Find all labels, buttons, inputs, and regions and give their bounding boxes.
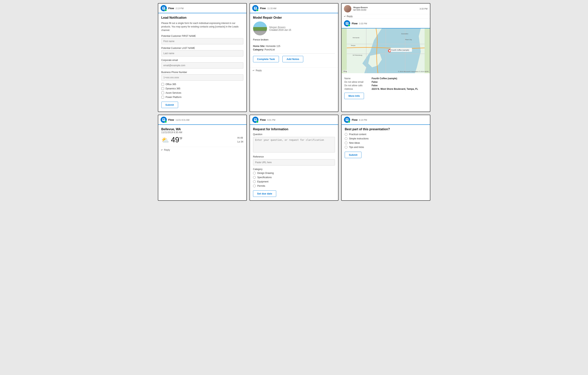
- first-name-label: Potential Customer FIRST NAME: [161, 35, 243, 37]
- contact-phone: tel:555-0150: [353, 9, 368, 11]
- svg-text:Dunnellon: Dunnellon: [401, 33, 408, 35]
- radio-permits-label: Permits: [257, 185, 265, 187]
- checkbox-azure-label: Azure Services: [166, 92, 181, 94]
- checkbox-azure[interactable]: Azure Services: [161, 92, 243, 94]
- contact-profile-header: Megan Bowen tel:555-0150 3:33 PM: [342, 3, 430, 14]
- checkbox-office365[interactable]: Office 365: [161, 83, 243, 86]
- radio-equipment-input[interactable]: [253, 180, 256, 183]
- checkbox-azure-input[interactable]: [161, 92, 164, 94]
- weather-temp: 49°F: [171, 136, 182, 144]
- reply-arrow-icon-3: ↵: [161, 149, 163, 151]
- lead-submit-button[interactable]: Submit: [161, 102, 178, 108]
- flow-name-rfi: Flow: [260, 118, 266, 121]
- radio-specifications[interactable]: Specifications: [253, 176, 335, 179]
- repair-created-date: Created 2019 Jun 15: [269, 29, 291, 31]
- bing-credit: Bing: [343, 70, 347, 72]
- radio-tips-label: Tips and tricks: [349, 146, 364, 149]
- survey-card: Flow 6:14 PM Best part of this presentat…: [341, 115, 430, 201]
- checkbox-dynamics365[interactable]: Dynamics 365: [161, 87, 243, 90]
- contact-info-table: Name Fourth Coffee (sample) Do not allow…: [344, 77, 427, 90]
- add-notes-button[interactable]: Add Notes: [283, 56, 303, 62]
- email-label: Corporate email: [161, 59, 243, 62]
- checkbox-office365-input[interactable]: [161, 83, 164, 86]
- checkbox-dynamics365-input[interactable]: [161, 87, 164, 90]
- flow-time-weather: 11/21 8:31 AM: [176, 119, 189, 121]
- contact-name: Megan Bowen: [353, 6, 368, 9]
- repair-avatar: [253, 21, 267, 35]
- lead-notification-meta: Flow 2:13 PM: [168, 7, 184, 10]
- lead-notification-title: Lead Notification: [161, 16, 243, 20]
- radio-design-drawing[interactable]: Design Drawing: [253, 172, 335, 174]
- more-info-button[interactable]: More Info: [344, 93, 364, 99]
- weather-reply-footer: ↵ Reply: [158, 147, 246, 153]
- weather-header: Flow 11/21 8:31 AM: [158, 115, 246, 125]
- radio-specifications-label: Specifications: [257, 176, 272, 179]
- radio-permits[interactable]: Permits: [253, 185, 335, 187]
- reference-input[interactable]: [253, 159, 335, 165]
- last-name-input[interactable]: [161, 50, 243, 56]
- question-textarea[interactable]: [253, 137, 335, 152]
- flow-icon-survey: [344, 117, 350, 123]
- repair-info: Megan Bowen Created 2019 Jun 15: [269, 26, 291, 31]
- weather-body: Bellevue, WA 11/21/2019 8:30 AM ⛅ 49°F H…: [158, 125, 246, 147]
- flow-icon-map: [344, 20, 350, 26]
- checkbox-power-input[interactable]: [161, 96, 164, 98]
- radio-permits-input[interactable]: [253, 185, 256, 187]
- first-name-input[interactable]: [161, 38, 243, 44]
- info-key-name: Name: [344, 77, 372, 80]
- repair-divider: [253, 53, 335, 54]
- question-label: Question: [253, 133, 335, 136]
- radio-tips[interactable]: Tips and tricks: [345, 146, 427, 149]
- flow-icon-lead: [161, 5, 167, 11]
- radio-equipment[interactable]: Equipment: [253, 180, 335, 183]
- weather-unit: °F: [179, 137, 182, 140]
- flow-name-map: Flow: [352, 22, 357, 25]
- survey-header: Flow 6:14 PM: [342, 115, 430, 125]
- radio-practical[interactable]: Practical content: [345, 133, 427, 136]
- map-watermark: © 2019 Microsoft Corporation © 2019 HERE: [398, 71, 429, 72]
- weather-left: ⛅ 49°F: [161, 136, 182, 144]
- radio-new-ideas-label: New ideas: [349, 141, 360, 144]
- flow-name-survey: Flow: [352, 118, 357, 121]
- phone-input[interactable]: [161, 74, 243, 81]
- model-repair-body: Model Repair Order Megan Bowen Created 2…: [250, 13, 338, 67]
- survey-meta: Flow 6:14 PM: [352, 118, 367, 121]
- radio-new-ideas-input[interactable]: [345, 141, 347, 144]
- info-key-address: Address: [344, 88, 372, 90]
- radio-specifications-input[interactable]: [253, 176, 256, 179]
- svg-text:St Petersburg: St Petersburg: [353, 54, 362, 56]
- repair-reply-footer: ↵ Reply: [250, 67, 338, 73]
- info-row-name: Name Fourth Coffee (sample): [344, 77, 427, 80]
- checkbox-dynamics365-label: Dynamics 365: [166, 87, 180, 90]
- survey-title: Best part of this presentation?: [345, 128, 427, 131]
- lead-notification-card: Flow 2:13 PM Lead Notification Please fi…: [158, 3, 247, 112]
- checkbox-power[interactable]: Power Platform: [161, 96, 243, 98]
- radio-simple-input[interactable]: [345, 137, 347, 140]
- repair-category-value: PunchList: [264, 48, 275, 51]
- radio-new-ideas[interactable]: New ideas: [345, 141, 427, 144]
- radio-tips-input[interactable]: [345, 146, 347, 149]
- profile-reply-label[interactable]: Reply: [347, 15, 353, 18]
- model-repair-header: Flow 11:33 AM: [250, 3, 338, 13]
- repair-reply-label[interactable]: Reply: [256, 69, 262, 72]
- reply-arrow-icon-2: ↵: [344, 15, 346, 18]
- radio-practical-input[interactable]: [345, 133, 347, 136]
- weather-meta: Flow 11/21 8:31 AM: [168, 118, 189, 121]
- info-row-address: Address 2223 N. West Shore Boulevard, Ta…: [344, 88, 427, 90]
- survey-submit-button[interactable]: Submit: [345, 152, 361, 158]
- radio-design-drawing-input[interactable]: [253, 172, 256, 174]
- map-container: Fourth Coffee (sample) Hernando Tampa St…: [342, 28, 430, 73]
- complete-task-button[interactable]: Complete Task: [253, 56, 279, 62]
- set-due-date-button[interactable]: Set due date: [253, 190, 276, 197]
- radio-simple[interactable]: Simple instructions: [345, 137, 427, 140]
- weather-hilow: Hi 49 Lo 34: [237, 136, 243, 143]
- checkbox-power-label: Power Platform: [166, 96, 182, 98]
- weather-hi: Hi 49: [237, 136, 243, 140]
- email-input[interactable]: [161, 62, 243, 69]
- svg-text:Fourth Coffee (sample): Fourth Coffee (sample): [391, 49, 409, 51]
- svg-point-15: [389, 50, 390, 52]
- weather-location: Bellevue, WA: [161, 128, 243, 131]
- contact-details-body: Name Fourth Coffee (sample) Do not allow…: [342, 75, 430, 102]
- weather-reply-label[interactable]: Reply: [164, 149, 170, 151]
- radio-simple-label: Simple instructions: [349, 137, 369, 140]
